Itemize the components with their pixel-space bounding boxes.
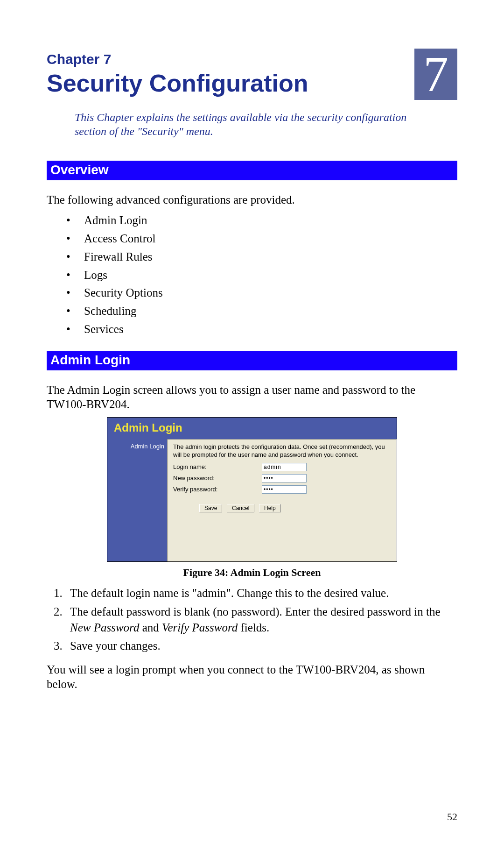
- new-password-label: New password:: [173, 475, 262, 482]
- verify-password-input[interactable]: ••••: [262, 485, 307, 494]
- list-item: Firewall Rules: [84, 248, 457, 266]
- step2-italic-2: Verify Password: [162, 621, 238, 634]
- step2-text-b: fields.: [238, 621, 269, 634]
- chapter-intro: This Chapter explains the settings avail…: [75, 110, 420, 138]
- document-page: 7 Chapter 7 Security Configuration This …: [0, 0, 504, 851]
- cancel-button[interactable]: Cancel: [227, 504, 254, 512]
- step2-italic-1: New Password: [70, 621, 139, 634]
- screenshot-side-label: Admin Login: [107, 439, 167, 561]
- step2-text-mid: and: [139, 621, 162, 634]
- form-row-new-password: New password: ••••: [173, 474, 391, 482]
- list-item: Logs: [84, 266, 457, 284]
- chapter-number-box: 7: [414, 49, 457, 100]
- list-item: Scheduling: [84, 302, 457, 320]
- screenshot-title: Admin Login: [107, 418, 397, 439]
- admin-login-lead: The Admin Login screen allows you to ass…: [47, 383, 457, 412]
- page-number: 52: [447, 811, 457, 823]
- form-row-login: Login name: admin: [173, 463, 391, 471]
- closing-text: You will see a login prompt when you con…: [47, 662, 457, 692]
- steps-list: The default login name is "admin". Chang…: [47, 585, 457, 654]
- chapter-title: Security Configuration: [47, 69, 457, 97]
- list-item: Save your changes.: [65, 638, 457, 654]
- list-item: Security Options: [84, 284, 457, 302]
- list-item: Services: [84, 320, 457, 339]
- screenshot-panel: The admin login protects the configurati…: [167, 439, 397, 561]
- verify-password-label: Verify password:: [173, 486, 262, 493]
- step2-text-a: The default password is blank (no passwo…: [70, 605, 441, 618]
- button-row: Save Cancel Help: [173, 504, 391, 512]
- admin-login-screenshot: Admin Login Admin Login The admin login …: [107, 417, 397, 562]
- overview-list: Admin Login Access Control Firewall Rule…: [47, 212, 457, 338]
- login-name-label: Login name:: [173, 463, 262, 470]
- form-row-verify-password: Verify password: ••••: [173, 485, 391, 494]
- screenshot-description: The admin login protects the configurati…: [173, 443, 391, 459]
- figure-caption: Figure 34: Admin Login Screen: [47, 567, 457, 579]
- section-heading-overview: Overview: [47, 161, 457, 180]
- list-item: The default password is blank (no passwo…: [65, 604, 457, 636]
- save-button[interactable]: Save: [199, 504, 222, 512]
- screenshot-body: Admin Login The admin login protects the…: [107, 439, 397, 561]
- new-password-input[interactable]: ••••: [262, 474, 307, 482]
- list-item: Admin Login: [84, 212, 457, 230]
- list-item: The default login name is "admin". Chang…: [65, 585, 457, 601]
- section-heading-admin-login: Admin Login: [47, 351, 457, 370]
- list-item: Access Control: [84, 230, 457, 248]
- chapter-label: Chapter 7: [47, 51, 457, 67]
- help-button[interactable]: Help: [259, 504, 281, 512]
- login-name-input[interactable]: admin: [262, 463, 307, 471]
- overview-lead: The following advanced configurations ar…: [47, 192, 457, 207]
